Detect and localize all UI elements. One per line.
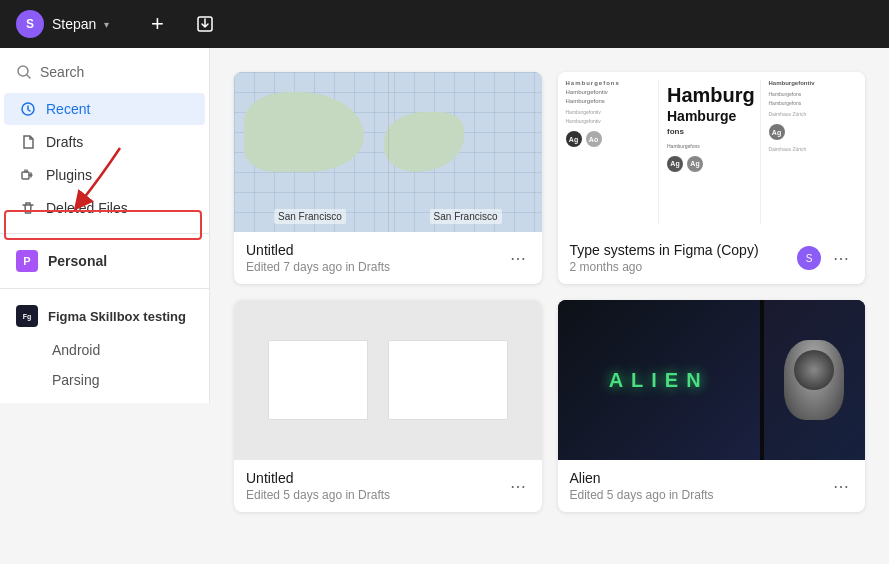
file-card-footer-2: Type systems in Figma (Copy) 2 months ag…: [558, 232, 866, 284]
file-meta-3: Edited 5 days ago in Drafts: [246, 488, 506, 502]
sidebar-item-deleted[interactable]: Deleted Files: [4, 192, 205, 224]
file-title-3: Untitled: [246, 470, 506, 486]
file-card-footer-3: Untitled Edited 5 days ago in Drafts ⋯: [234, 460, 542, 512]
topbar: S Stepan ▾ +: [0, 0, 889, 48]
user-menu[interactable]: S Stepan ▾: [16, 10, 109, 38]
file-card-4[interactable]: ALIEN Alien Edited 5 days ago in Drafts: [558, 300, 866, 512]
new-file-button[interactable]: +: [141, 8, 173, 40]
file-thumb-1: San Francisco San Francisco: [234, 72, 542, 232]
clock-icon: [20, 101, 36, 117]
files-grid: San Francisco San Francisco Untitled Edi…: [234, 72, 865, 512]
sidebar-org[interactable]: Fg Figma Skillbox testing: [0, 297, 209, 335]
sidebar-nav: Recent Drafts Plugins: [0, 92, 209, 225]
file-icon: [20, 134, 36, 150]
sidebar-item-plugins[interactable]: Plugins: [4, 159, 205, 191]
sidebar-item-label: Deleted Files: [46, 200, 128, 216]
alien-text: ALIEN: [609, 369, 709, 392]
file-card-footer-1: Untitled Edited 7 days ago in Drafts ⋯: [234, 232, 542, 284]
plugin-icon: [20, 167, 36, 183]
sidebar-divider: [0, 233, 209, 234]
main-layout: Search Recent Drafts: [0, 48, 889, 564]
file-meta-1: Edited 7 days ago in Drafts: [246, 260, 506, 274]
file-meta-2: 2 months ago: [570, 260, 798, 274]
search-icon: [16, 64, 32, 80]
sidebar-wrapper: Search Recent Drafts: [0, 48, 210, 564]
blank-frame-2: [388, 340, 508, 420]
file-card-footer-4: Alien Edited 5 days ago in Drafts ⋯: [558, 460, 866, 512]
file-actions-3: ⋯: [506, 474, 530, 498]
sidebar-item-label: Recent: [46, 101, 90, 117]
file-actions-4: ⋯: [829, 474, 853, 498]
sidebar-item-drafts[interactable]: Drafts: [4, 126, 205, 158]
file-actions-1: ⋯: [506, 246, 530, 270]
alien-side-frame: [764, 300, 865, 460]
file-title-1: Untitled: [246, 242, 506, 258]
file-avatar-2: S: [797, 246, 821, 270]
file-actions-2: S ⋯: [797, 246, 853, 270]
file-card-info-3: Untitled Edited 5 days ago in Drafts: [246, 470, 506, 502]
sidebar-item-label: Plugins: [46, 167, 92, 183]
file-card-info-4: Alien Edited 5 days ago in Drafts: [570, 470, 830, 502]
file-thumb-3: [234, 300, 542, 460]
sidebar-item-label: Drafts: [46, 134, 83, 150]
org-label: Figma Skillbox testing: [48, 309, 186, 324]
chevron-down-icon: ▾: [104, 19, 109, 30]
blank-frame-1: [268, 340, 368, 420]
file-card-info-1: Untitled Edited 7 days ago in Drafts: [246, 242, 506, 274]
sidebar-sub-android[interactable]: Android: [4, 336, 205, 364]
sidebar-divider-2: [0, 288, 209, 289]
alien-main-frame: ALIEN: [558, 300, 760, 460]
search-label: Search: [40, 64, 84, 80]
user-name: Stepan: [52, 16, 96, 32]
sidebar: Search Recent Drafts: [0, 48, 210, 403]
file-title-2: Type systems in Figma (Copy): [570, 242, 798, 258]
avatar: S: [16, 10, 44, 38]
file-card-1[interactable]: San Francisco San Francisco Untitled Edi…: [234, 72, 542, 284]
personal-avatar: P: [16, 250, 38, 272]
sidebar-personal[interactable]: P Personal: [0, 242, 209, 280]
file-thumb-2: Hamburgefons Hamburgefontiv Hamburgefons…: [558, 72, 866, 232]
svg-rect-3: [22, 172, 29, 179]
sidebar-sub-parsing[interactable]: Parsing: [4, 366, 205, 394]
personal-label: Personal: [48, 253, 107, 269]
file-card-3[interactable]: Untitled Edited 5 days ago in Drafts ⋯: [234, 300, 542, 512]
more-button-1[interactable]: ⋯: [506, 246, 530, 270]
file-card-info-2: Type systems in Figma (Copy) 2 months ag…: [570, 242, 798, 274]
topbar-actions: +: [141, 8, 221, 40]
trash-icon: [20, 200, 36, 216]
import-button[interactable]: [189, 8, 221, 40]
file-card-2[interactable]: Hamburgefons Hamburgefontiv Hamburgefons…: [558, 72, 866, 284]
more-button-2[interactable]: ⋯: [829, 246, 853, 270]
sidebar-item-recent[interactable]: Recent: [4, 93, 205, 125]
file-thumb-4: ALIEN: [558, 300, 866, 460]
more-button-4[interactable]: ⋯: [829, 474, 853, 498]
more-button-3[interactable]: ⋯: [506, 474, 530, 498]
content-area: San Francisco San Francisco Untitled Edi…: [210, 48, 889, 564]
file-meta-4: Edited 5 days ago in Drafts: [570, 488, 830, 502]
file-title-4: Alien: [570, 470, 830, 486]
search-button[interactable]: Search: [0, 56, 209, 88]
org-avatar: Fg: [16, 305, 38, 327]
